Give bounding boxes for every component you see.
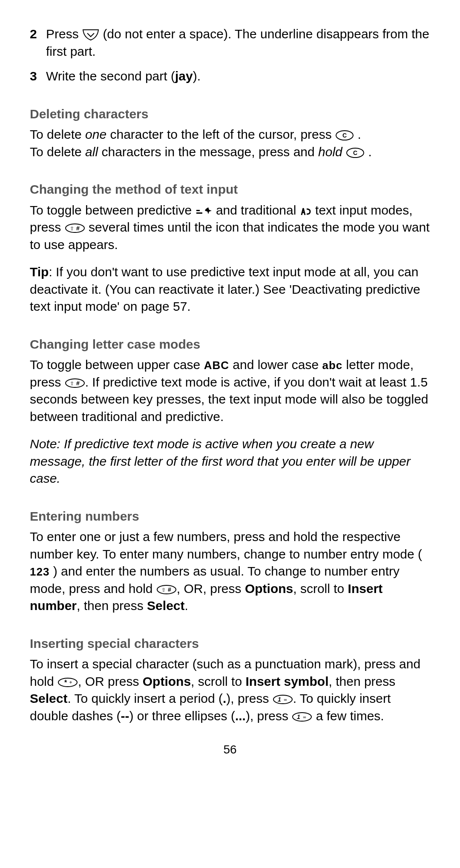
- heading-deleting-characters: Deleting characters: [30, 106, 430, 123]
- step-3-text: Write the second part (jay).: [46, 68, 201, 85]
- special-characters-body: To insert a special character (such as a…: [30, 656, 430, 725]
- lowercase-mode-icon: abc: [322, 359, 342, 372]
- svg-text:#: #: [76, 225, 80, 232]
- svg-text:⇧: ⇧: [70, 226, 74, 232]
- svg-point-21: [293, 713, 311, 721]
- changing-method-tip: Tip: If you don't want to use predictive…: [30, 264, 430, 315]
- svg-point-15: [58, 678, 77, 687]
- uppercase-mode-icon: ABC: [204, 359, 229, 372]
- changing-method-body: To toggle between predictive and traditi…: [30, 202, 430, 254]
- one-key-icon: 1 ∞: [273, 694, 293, 705]
- entering-numbers-body: To enter one or just a few numbers, pres…: [30, 528, 430, 615]
- star-key-icon: * +: [58, 677, 78, 688]
- heading-letter-case: Changing letter case modes: [30, 336, 430, 353]
- svg-point-6: [66, 224, 84, 232]
- predictive-mode-icon: [196, 206, 213, 216]
- hash-key-icon: ⇧ #: [65, 223, 85, 233]
- svg-text:∞: ∞: [284, 697, 287, 702]
- svg-rect-4: [196, 212, 202, 214]
- deleting-characters-body: To delete one character to the left of t…: [30, 126, 430, 160]
- svg-text:#: #: [76, 380, 80, 387]
- svg-text:∞: ∞: [303, 715, 306, 719]
- step-number-2: 2: [30, 26, 46, 60]
- letter-case-body: To toggle between upper case ABC and low…: [30, 356, 430, 425]
- heading-changing-method: Changing the method of text input: [30, 181, 430, 198]
- svg-text:1: 1: [297, 713, 300, 720]
- svg-point-9: [66, 379, 84, 387]
- manual-page: 2 Press (do not enter a space). The unde…: [0, 0, 460, 775]
- step-number-3: 3: [30, 68, 46, 85]
- scroll-down-key-icon: [82, 29, 99, 41]
- svg-text:⇧: ⇧: [70, 381, 74, 387]
- svg-text:#: #: [168, 586, 171, 593]
- svg-rect-5: [196, 210, 200, 211]
- svg-point-12: [157, 585, 176, 594]
- clear-key-icon: C: [346, 147, 365, 158]
- letter-case-note: Note: If predictive text mode is active …: [30, 435, 430, 487]
- clear-key-icon: C: [335, 130, 354, 141]
- svg-text:*: *: [64, 679, 67, 686]
- number-mode-icon: 123: [30, 565, 49, 578]
- heading-entering-numbers: Entering numbers: [30, 508, 430, 525]
- traditional-mode-icon: [300, 206, 312, 216]
- hash-key-icon: ⇧ #: [65, 378, 85, 388]
- svg-text:C: C: [353, 149, 357, 156]
- heading-special-characters: Inserting special characters: [30, 635, 430, 653]
- svg-text:+: +: [69, 679, 72, 685]
- svg-text:C: C: [342, 132, 347, 139]
- hash-key-icon: ⇧ #: [156, 584, 177, 595]
- svg-point-18: [273, 695, 292, 704]
- one-key-icon: 1 ∞: [292, 712, 312, 722]
- page-number: 56: [30, 742, 430, 758]
- svg-text:⇧: ⇧: [161, 587, 166, 593]
- svg-text:1: 1: [278, 696, 281, 703]
- step-2-text: Press (do not enter a space). The underl…: [46, 26, 430, 60]
